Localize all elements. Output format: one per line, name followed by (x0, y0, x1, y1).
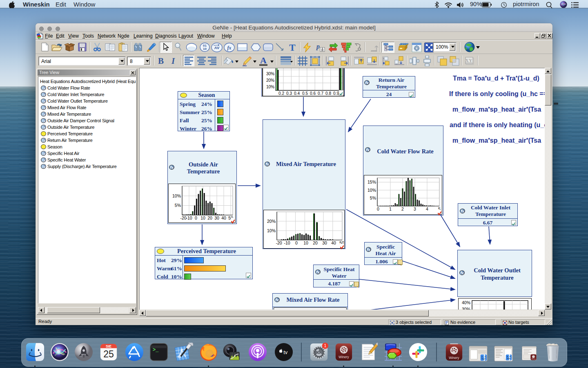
svg-text:25: 25 (103, 349, 114, 359)
svg-text:XY: XY (465, 58, 472, 63)
svg-text:Winery: Winery (339, 355, 349, 359)
svg-text:AV: AV (214, 45, 220, 50)
svg-text:>_: >_ (153, 347, 159, 353)
svg-text:Winery: Winery (532, 358, 536, 360)
svg-text:10: 10 (203, 47, 207, 51)
svg-text:1: 1 (324, 343, 326, 348)
svg-text:I: I (171, 56, 175, 65)
svg-text:fx: fx (227, 45, 232, 51)
svg-text:B: B (158, 56, 164, 65)
svg-text:tv: tv (283, 349, 288, 355)
svg-text:Winery: Winery (449, 356, 459, 360)
svg-text:A: A (260, 56, 267, 65)
svg-text:p: p (316, 43, 320, 50)
svg-text:T: T (289, 43, 295, 52)
svg-text:SIE: SIE (106, 344, 111, 348)
